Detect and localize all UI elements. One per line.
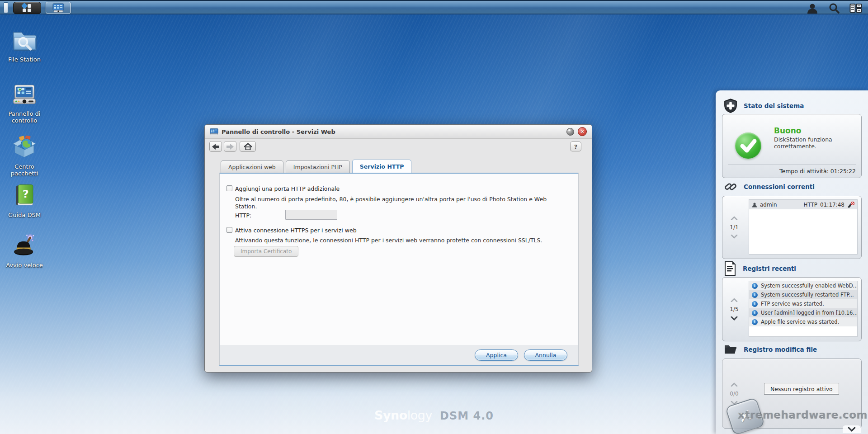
window-title-icon: [210, 128, 218, 136]
connection-user: admin: [760, 202, 777, 208]
uptime-row: Tempo di attività: 01:25:22: [728, 164, 856, 178]
connections-box: 1/1 admin HTTP 01:17:48: [722, 196, 862, 259]
logs-page: 1/5: [730, 306, 738, 312]
https-checkbox-label[interactable]: Attiva connessione HTTPS per i servizi w…: [235, 227, 357, 234]
info-icon: i: [752, 310, 758, 316]
page-up-icon[interactable]: [731, 216, 738, 220]
brand-bold: Syno: [374, 408, 407, 422]
log-text: Apple file service was started.: [761, 319, 839, 325]
file-log-title: Registro modifica file: [744, 346, 817, 353]
back-button[interactable]: [209, 141, 222, 152]
page-up-icon[interactable]: [731, 382, 738, 387]
user-row-icon: [752, 202, 757, 208]
quick-start-icon: [11, 232, 38, 259]
desktop-icon-label: Pannello di controllo: [3, 110, 46, 124]
show-desktop-button[interactable]: [4, 2, 8, 13]
logs-pager: 1/5: [722, 278, 746, 341]
log-text: System successfully restarted FTP...: [761, 292, 854, 298]
dsm-help-icon: ?: [11, 182, 38, 209]
panel-footer: Applica Annulla: [220, 345, 578, 365]
no-active-log-button[interactable]: Nessun registro attivo: [764, 383, 839, 395]
pilot-view-button[interactable]: [848, 2, 863, 14]
desktop-icon-control-panel[interactable]: Pannello di controllo: [0, 80, 49, 124]
logs-box: 1/5 i System successfully enabled WebD..…: [722, 277, 862, 341]
http-port-checkbox-label[interactable]: Aggiungi una porta HTTP addizionale: [235, 185, 340, 192]
connection-row[interactable]: admin HTTP 01:17:48: [749, 200, 857, 209]
log-text: FTP service was started.: [761, 301, 824, 307]
desktop-icon-label: File Station: [8, 56, 41, 63]
apply-button[interactable]: Applica: [475, 349, 518, 361]
brand-version: DSM 4.0: [440, 410, 494, 422]
tab-impostazioni-php[interactable]: Impostazioni PHP: [286, 160, 350, 173]
taskbar-right-tray: [805, 1, 865, 15]
logs-list: i System successfully enabled WebD... i …: [749, 281, 858, 337]
page-up-icon[interactable]: [731, 298, 738, 302]
import-certificate-button[interactable]: Importa Certificato: [234, 246, 298, 257]
tab-applicazioni-web[interactable]: Applicazioni web: [221, 160, 283, 173]
search-button[interactable]: [826, 2, 842, 14]
connections-page: 1/1: [730, 224, 738, 231]
brand-rest: logy: [407, 408, 432, 422]
desktop-icon-label: Avvio veloce: [6, 262, 43, 269]
http-port-checkbox[interactable]: [226, 185, 232, 191]
desktop-icon-label: Centro pacchetti: [3, 163, 46, 177]
http-port-description: Oltre al numero di porta predefinito, 80…: [235, 196, 554, 210]
page-down-icon[interactable]: [731, 235, 738, 239]
window-titlebar[interactable]: Pannello di controllo - Servizi Web: [205, 125, 592, 139]
status-value: Buono: [774, 126, 802, 135]
chevron-down-icon: [848, 427, 856, 432]
connections-list: admin HTTP 01:17:48: [749, 199, 858, 255]
file-log-header: Registro modifica file: [724, 344, 817, 355]
tab-servizio-http[interactable]: Servizio HTTP: [352, 160, 412, 173]
http-port-input[interactable]: [285, 210, 337, 220]
desktop-icon-dsm-help[interactable]: ? Guida DSM: [0, 182, 49, 218]
desktop-icon-package-center[interactable]: Centro pacchetti: [0, 133, 49, 177]
user-menu-button[interactable]: [805, 2, 820, 14]
forward-button[interactable]: [224, 141, 236, 152]
home-button[interactable]: [240, 141, 256, 152]
window-pin-button[interactable]: [566, 128, 574, 136]
tab-strip: Applicazioni web Impostazioni PHP Serviz…: [221, 160, 411, 173]
control-panel-icon: [11, 80, 38, 108]
system-status-header: Stato del sistema: [724, 99, 804, 113]
https-checkbox[interactable]: [226, 227, 232, 233]
window-close-button[interactable]: ✕: [578, 127, 587, 136]
https-description: Attivando questa funzione, le connession…: [235, 237, 554, 244]
log-row[interactable]: i Apple file service was started.: [749, 317, 857, 326]
desktop-icon-quick-start[interactable]: Avvio veloce: [0, 232, 49, 269]
disconnect-icon[interactable]: [847, 202, 854, 208]
widget-collapse-tab[interactable]: [843, 425, 861, 433]
main-menu-grid-icon: [19, 3, 35, 13]
log-row[interactable]: i System successfully enabled WebD...: [749, 281, 857, 290]
logs-header: Registri recenti: [724, 261, 796, 276]
connections-title: Connessioni correnti: [744, 183, 815, 190]
taskbar: [0, 0, 868, 14]
desktop-icon-file-station[interactable]: File Station: [0, 26, 49, 63]
log-row[interactable]: i System successfully restarted FTP...: [749, 290, 857, 299]
info-icon: i: [752, 292, 758, 298]
page-down-icon[interactable]: [731, 316, 738, 321]
connections-pager: 1/1: [722, 196, 746, 259]
taskbar-app-control-panel[interactable]: [46, 2, 71, 14]
system-status-box: Buono DiskStation funziona correttamente…: [722, 114, 862, 178]
package-center-icon: [11, 133, 38, 160]
log-document-icon: [724, 261, 736, 276]
svg-text:?: ?: [23, 188, 29, 200]
connection-time: 01:17:48: [820, 202, 844, 208]
user-icon: [807, 3, 818, 14]
log-row[interactable]: i FTP service was started.: [749, 299, 857, 308]
shield-icon: [724, 99, 737, 113]
log-text: User [admin] logged in from [10.16...: [761, 310, 858, 316]
main-menu-button[interactable]: [13, 2, 41, 14]
connection-protocol: HTTP: [803, 202, 817, 208]
cancel-button[interactable]: Annulla: [524, 349, 567, 361]
tab-content-panel: Aggiungi una porta HTTP addizionale Oltr…: [219, 173, 579, 366]
folder-icon: [724, 344, 737, 355]
file-log-page: 0/0: [730, 391, 738, 397]
help-button[interactable]: ?: [570, 142, 581, 151]
home-icon: [244, 143, 252, 150]
desktop-icon-label: Guida DSM: [8, 212, 41, 218]
file-station-icon: [11, 26, 38, 53]
log-row[interactable]: i User [admin] logged in from [10.16...: [749, 308, 857, 317]
control-panel-window: Pannello di controllo - Servizi Web ✕ ? …: [204, 124, 592, 373]
